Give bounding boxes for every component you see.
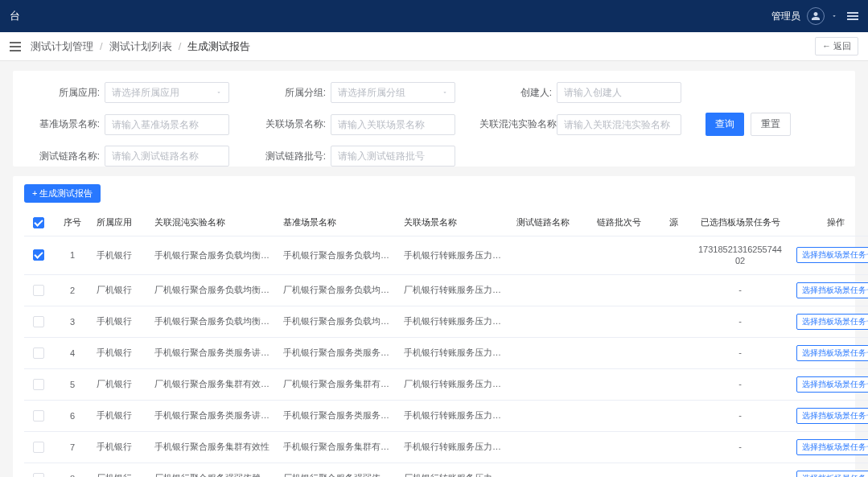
cell-batch [592,236,664,275]
cell-app: 手机银行 [92,306,150,337]
row-checkbox[interactable] [33,316,44,327]
cell-inst: 手机银行聚合服务集群有效性 [150,431,278,463]
table-card: + 生成测试报告 序号 所属应用 关联混沌实验名称 基准场景名称 关联场景名称 … [13,176,855,477]
cell-route [512,400,592,431]
row-checkbox[interactable] [33,347,44,359]
cell-src [664,306,689,337]
generate-report-button[interactable]: + 生成测试报告 [24,184,101,203]
query-button[interactable]: 查询 [706,113,744,136]
row-checkbox[interactable] [33,249,44,261]
cell-idx: 7 [53,431,92,463]
filter-route-input[interactable] [105,146,229,167]
cell-route [512,306,592,337]
cell-link: 手机银行转账服务压力测试 [399,236,512,275]
filter-baseline-input[interactable] [105,114,229,135]
cell-src [664,236,689,275]
cell-base: 手机银行聚合服务类服务讲有效性_ [278,400,399,431]
row-checkbox[interactable] [33,473,44,477]
cell-base: 厂机银行聚合服务集群有效性_ [278,368,399,400]
cell-route [512,368,592,400]
cell-task: - [689,337,792,368]
cell-task: - [689,274,792,306]
breadcrumb-bar: 测试计划管理 / 测试计划列表 / 生成测试报告 ← 返回 [0,32,868,61]
filter-baseline-label: 基准场景名称: [27,117,105,131]
cell-src [664,400,689,431]
row-checkbox[interactable] [33,285,44,296]
select-task-button[interactable]: 选择挡板场景任务号 [796,439,868,455]
cell-idx: 1 [53,236,92,275]
cell-task: - [689,463,792,477]
select-task-button[interactable]: 选择挡板场景任务号 [796,471,868,477]
reset-button[interactable]: 重置 [751,113,791,136]
hamburger-icon[interactable] [10,42,21,51]
cell-batch [592,368,664,400]
chevron-down-icon [216,89,222,96]
data-table: 序号 所属应用 关联混沌实验名称 基准场景名称 关联场景名称 测试链路名称 链路… [24,209,868,477]
filter-link-inst-input[interactable] [557,114,681,135]
filter-group-select[interactable]: 请选择所属分组 [331,82,455,103]
top-nav: 台 管理员 [0,0,868,32]
top-nav-left: 台 [10,9,20,23]
cell-batch [592,400,664,431]
filter-creator-label: 创建人: [479,86,557,100]
row-checkbox[interactable] [33,442,44,453]
select-task-button[interactable]: 选择挡板场景任务号 [796,345,868,361]
cell-idx: 8 [53,463,92,477]
breadcrumb-a[interactable]: 测试计划管理 [31,39,93,54]
cell-batch [592,337,664,368]
avatar[interactable] [807,7,825,25]
select-task-button[interactable]: 选择挡板场景任务号 [796,314,868,330]
table-row: 8厂机银行厂机银行聚合服务强弱依赖有2厂机银行聚合服务强弱依赖有2厂机银行转账服… [24,463,868,477]
back-button[interactable]: ← 返回 [815,37,858,56]
header-checkbox[interactable] [33,217,44,228]
cell-link: 手机银行转账服务压力测试 [399,306,512,337]
filter-creator-input[interactable] [557,82,681,103]
row-checkbox[interactable] [33,410,44,421]
cell-task: - [689,368,792,400]
select-task-button[interactable]: 选择挡板场景任务号 [796,376,868,393]
cell-app: 手机银行 [92,236,150,275]
breadcrumb-c: 生成测试报告 [187,39,250,54]
cell-src [664,368,689,400]
filter-link-scene-input[interactable] [331,114,455,135]
cell-app: 手机银行 [92,431,150,463]
th-link-scene: 关联场景名称 [399,209,512,236]
user-label: 管理员 [771,10,800,23]
filter-batch-label: 测试链路批号: [253,150,331,163]
cell-batch [592,431,664,463]
cell-route [512,431,592,463]
filter-app-select[interactable]: 请选择所属应用 [105,82,229,103]
row-checkbox[interactable] [33,379,44,390]
cell-idx: 4 [53,337,92,368]
cell-inst: 厂机银行聚合服务强弱依赖有2 [150,463,278,477]
cell-base: 手机银行聚合服务负载均衡策略1 [278,236,399,275]
cell-task: - [689,400,792,431]
menu-icon[interactable] [847,12,858,20]
cell-link: 厂机银行转账服务压力测试 [399,368,512,400]
select-task-button[interactable]: 选择挡板场景任务号 [796,282,868,298]
cell-base: 手机银行聚合服务负载均衡策略1 [278,306,399,337]
filter-route-label: 测试链路名称: [27,150,105,163]
th-inst: 关联混沌实验名称 [150,209,278,236]
cell-link: 厂机银行转账服务压力测试 [399,463,512,477]
table-row: 5厂机银行厂机银行聚合服务集群有效性_厂机银行聚合服务集群有效性_厂机银行转账服… [24,368,868,400]
breadcrumb-b[interactable]: 测试计划列表 [109,39,172,54]
filter-batch-input[interactable] [331,146,455,167]
table-row: 2厂机银行厂机银行聚合服务负载均衡策略1厂机银行聚合服务负载均衡策略1厂机银行转… [24,274,868,306]
cell-base: 厂机银行聚合服务强弱依赖有2 [278,463,399,477]
select-task-button[interactable]: 选择挡板场景任务号 [796,408,868,424]
cell-base: 手机银行聚合服务类服务讲评自家 [278,337,399,368]
table-row: 4手机银行手机银行聚合服务类服务讲评自家手机银行聚合服务类服务讲评自家手机银行转… [24,337,868,368]
th-route: 测试链路名称 [512,209,592,236]
cell-app: 手机银行 [92,337,150,368]
user-icon [811,11,821,21]
cell-src [664,337,689,368]
table-row: 1手机银行手机银行聚合服务负载均衡策略1手机银行聚合服务负载均衡策略1手机银行转… [24,236,868,275]
select-task-button[interactable]: 选择挡板场景任务号 [796,247,868,263]
chevron-down-icon[interactable] [831,13,837,19]
cell-base: 厂机银行聚合服务负载均衡策略1 [278,274,399,306]
breadcrumb: 测试计划管理 / 测试计划列表 / 生成测试报告 [10,39,250,54]
cell-idx: 2 [53,274,92,306]
cell-app: 厂机银行 [92,463,150,477]
cell-src [664,431,689,463]
